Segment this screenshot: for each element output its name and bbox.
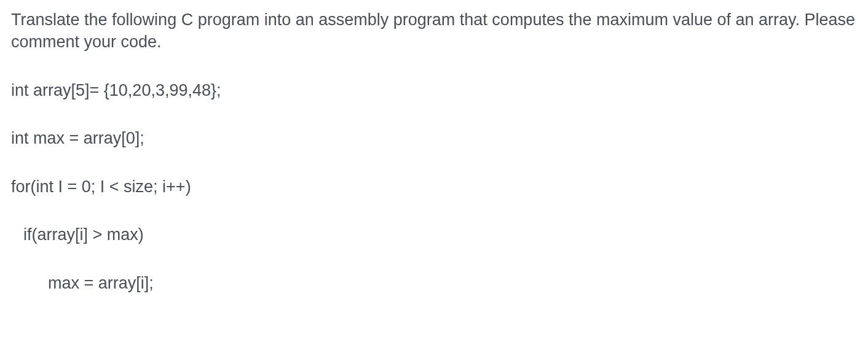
question-prompt: Translate the following C program into a… (11, 9, 857, 53)
code-line-max-init: int max = array[0]; (11, 127, 857, 149)
code-line-if-condition: if(array[i] > max) (11, 223, 857, 246)
code-line-max-assignment: max = array[i]; (11, 272, 857, 294)
code-line-array-declaration: int array[5]= {10,20,3,99,48}; (11, 79, 857, 101)
code-line-for-loop: for(int I = 0; I < size; i++) (11, 176, 857, 198)
